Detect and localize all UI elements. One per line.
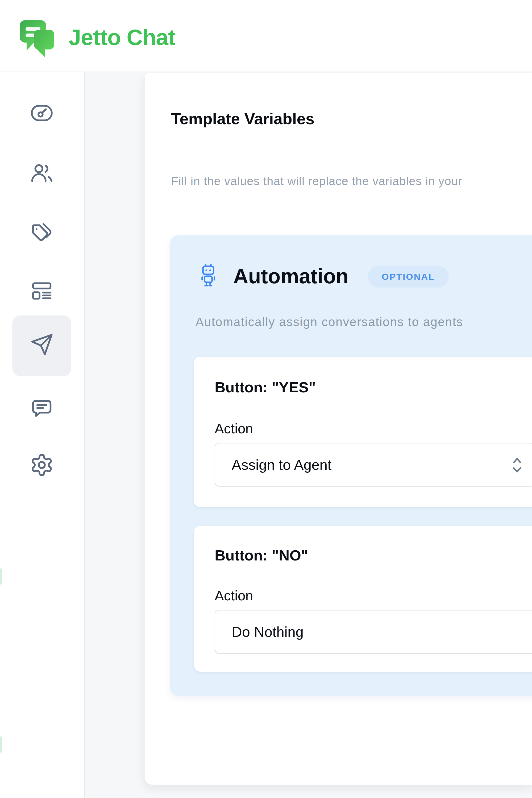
sidebar-item-templates[interactable] (30, 280, 54, 304)
message-icon (30, 396, 54, 421)
sidebar-item-settings[interactable] (30, 453, 54, 477)
action-field-label: Action (215, 588, 253, 604)
automation-title: Automation (233, 264, 348, 288)
button-no-card: Button: "NO" Action Do Nothing (194, 526, 532, 672)
action-select-yes[interactable]: Assign to Agent (215, 443, 532, 487)
gauge-icon (30, 101, 54, 125)
users-icon (30, 161, 54, 185)
optional-badge: OPTIONAL (368, 266, 449, 288)
action-select-no[interactable]: Do Nothing (215, 610, 532, 653)
send-icon (30, 332, 54, 357)
action-field-label: Action (215, 421, 253, 437)
cutoff-toast-sliver (0, 568, 2, 585)
chevron-up-down-icon (512, 456, 523, 475)
robot-icon (199, 263, 217, 288)
selected-option: Do Nothing (232, 610, 304, 653)
brand-name: Jetto Chat (69, 24, 175, 50)
sidebar-item-tags[interactable] (30, 221, 54, 245)
sidebar-item-contacts[interactable] (30, 161, 54, 185)
page-subtitle: Fill in the values that will replace the… (171, 174, 462, 188)
button-yes-card: Button: "YES" Action Assign to Agent (194, 357, 532, 507)
sidebar-nav (0, 72, 84, 798)
chat-bubbles-logo-icon (20, 19, 55, 57)
sidebar-item-campaigns[interactable] (30, 332, 54, 357)
page-title: Template Variables (171, 110, 315, 128)
cutoff-toast-sliver (0, 736, 2, 753)
layout-list-icon (30, 280, 54, 304)
sidebar-item-dashboard[interactable] (30, 101, 54, 125)
app-header: Jetto Chat (0, 0, 532, 72)
tags-icon (30, 221, 54, 245)
button-no-label: Button: "NO" (215, 547, 308, 564)
gear-icon (30, 453, 54, 477)
button-yes-label: Button: "YES" (215, 379, 316, 396)
sidebar-item-conversations[interactable] (30, 396, 54, 421)
automation-description: Automatically assign conversations to ag… (195, 315, 463, 329)
selected-option: Assign to Agent (232, 443, 331, 486)
automation-section-card: Automation OPTIONAL Automatically assign… (170, 235, 532, 696)
brand: Jetto Chat (20, 19, 179, 58)
main-panel: Template Variables Fill in the values th… (145, 73, 532, 785)
